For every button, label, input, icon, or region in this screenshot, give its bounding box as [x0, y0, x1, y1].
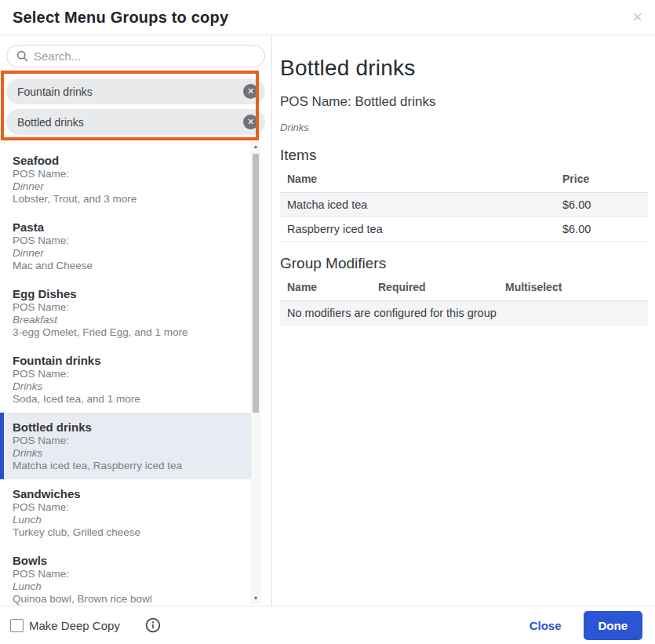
- close-button[interactable]: Close: [529, 619, 562, 632]
- group-items-summary: Lobster, Trout, and 3 more: [13, 193, 248, 206]
- group-list-item-egg-dishes[interactable]: Egg Dishes POS Name: Breakfast 3-egg Ome…: [0, 279, 271, 346]
- group-pos-label: POS Name:: [13, 368, 248, 380]
- dialog-title: Select Menu Groups to copy: [13, 9, 228, 27]
- group-items-summary: Matcha iced tea, Raspberry iced tea: [13, 460, 237, 472]
- dialog-body: Fountain drinks ✕ Bottled drinks ✕ Seafo…: [0, 35, 655, 606]
- group-pos-name: Lunch: [13, 514, 248, 526]
- group-pos-label: POS Name:: [13, 301, 248, 314]
- modifiers-section-heading: Group Modifiers: [280, 255, 648, 272]
- group-items-summary: Turkey club, Grilled cheese: [13, 526, 248, 539]
- items-section-heading: Items: [280, 147, 648, 164]
- group-pos-name: Lunch: [13, 580, 248, 593]
- group-name: Seafood: [13, 153, 248, 168]
- group-name: Bottled drinks: [13, 420, 237, 435]
- item-price: $6.00: [555, 193, 648, 217]
- group-pos-label: POS Name:: [13, 168, 248, 180]
- group-pos-label: POS Name:: [13, 435, 237, 447]
- group-list-item-fountain-drinks[interactable]: Fountain drinks POS Name: Drinks Soda, I…: [0, 346, 271, 413]
- item-name: Matcha iced tea: [280, 193, 555, 217]
- group-pos-name: Dinner: [13, 247, 248, 260]
- dialog-header: Select Menu Groups to copy ×: [0, 0, 655, 35]
- selection-controls: Fountain drinks ✕ Bottled drinks ✕: [0, 35, 271, 141]
- selected-chip-fountain-drinks[interactable]: Fountain drinks ✕: [6, 78, 265, 104]
- search-icon: [16, 50, 28, 62]
- chip-remove-icon[interactable]: ✕: [243, 84, 258, 99]
- close-icon[interactable]: ×: [632, 9, 642, 26]
- group-items-summary: Soda, Iced tea, and 1 more: [13, 393, 248, 406]
- item-row: Raspberry iced tea $6.00: [280, 217, 648, 242]
- group-name: Pasta: [13, 220, 248, 235]
- item-name: Raspberry iced tea: [280, 217, 555, 242]
- group-items-summary: 3-egg Omelet, Fried Egg, and 1 more: [13, 326, 248, 339]
- modifiers-empty-row: No modifiers are configured for this gro…: [280, 301, 648, 326]
- group-pos-name: Drinks: [13, 447, 237, 460]
- make-deep-copy-label: Make Deep Copy: [29, 619, 120, 632]
- info-icon[interactable]: [145, 617, 161, 633]
- select-menu-groups-dialog: Select Menu Groups to copy × Fountain dr…: [0, 0, 655, 644]
- group-pos-name: Breakfast: [13, 314, 248, 326]
- group-list-item-bowls[interactable]: Bowls POS Name: Lunch Quinoa bowl, Brown…: [0, 546, 271, 606]
- modifiers-empty-message: No modifiers are configured for this gro…: [280, 301, 648, 326]
- group-name: Sandwiches: [13, 486, 248, 501]
- group-list-item-pasta[interactable]: Pasta POS Name: Dinner Mac and Cheese: [0, 213, 271, 279]
- modifiers-table: Name Required Multiselect No modifiers a…: [280, 277, 648, 326]
- list-scrollbar[interactable]: ▲ ▼: [251, 141, 260, 604]
- scrollbar-thumb[interactable]: [253, 154, 259, 413]
- done-button[interactable]: Done: [584, 611, 643, 640]
- detail-pos-name: POS Name: Bottled drinks: [280, 94, 648, 110]
- items-table: Name Price Matcha iced tea $6.00 Raspber…: [280, 169, 648, 242]
- modifiers-col-name: Name: [280, 277, 371, 301]
- group-list-item-sandwiches[interactable]: Sandwiches POS Name: Lunch Turkey club, …: [0, 479, 271, 546]
- group-pos-name: Dinner: [13, 180, 248, 193]
- group-pos-label: POS Name:: [13, 235, 248, 247]
- search-box[interactable]: [6, 45, 265, 67]
- group-pos-name: Drinks: [13, 380, 248, 393]
- item-row: Matcha iced tea $6.00: [280, 193, 648, 217]
- group-list-item-bottled-drinks-selected[interactable]: Bottled drinks POS Name: Drinks Matcha i…: [0, 413, 260, 479]
- modifiers-col-multiselect: Multiselect: [498, 277, 648, 301]
- chip-label: Fountain drinks: [17, 86, 93, 98]
- group-name: Fountain drinks: [13, 353, 248, 368]
- items-col-price: Price: [555, 169, 648, 193]
- group-pos-label: POS Name:: [13, 568, 248, 580]
- selected-chip-bottled-drinks[interactable]: Bottled drinks ✕: [6, 109, 265, 135]
- scroll-down-icon[interactable]: ▼: [252, 594, 260, 603]
- group-items-summary: Mac and Cheese: [13, 260, 248, 272]
- group-detail-panel: Bottled drinks POS Name: Bottled drinks …: [272, 35, 655, 606]
- chip-label: Bottled drinks: [17, 116, 84, 129]
- group-list: Seafood POS Name: Dinner Lobster, Trout,…: [0, 141, 271, 606]
- detail-title: Bottled drinks: [280, 56, 648, 81]
- group-selection-panel: Fountain drinks ✕ Bottled drinks ✕ Seafo…: [0, 35, 272, 606]
- group-items-summary: Quinoa bowl, Brown rice bowl: [13, 593, 248, 606]
- modifiers-col-required: Required: [371, 277, 498, 301]
- search-input[interactable]: [34, 49, 255, 63]
- group-name: Egg Dishes: [13, 286, 248, 301]
- scroll-up-icon[interactable]: ▲: [252, 142, 260, 151]
- chip-remove-icon[interactable]: ✕: [243, 115, 258, 129]
- dialog-footer: Make Deep Copy Close Done: [0, 606, 655, 644]
- group-list-item-seafood[interactable]: Seafood POS Name: Dinner Lobster, Trout,…: [0, 146, 271, 213]
- group-name: Bowls: [13, 553, 248, 568]
- detail-category: Drinks: [280, 122, 648, 133]
- items-col-name: Name: [280, 169, 555, 193]
- make-deep-copy-checkbox[interactable]: [10, 619, 24, 632]
- item-price: $6.00: [555, 217, 648, 242]
- group-pos-label: POS Name:: [13, 501, 248, 514]
